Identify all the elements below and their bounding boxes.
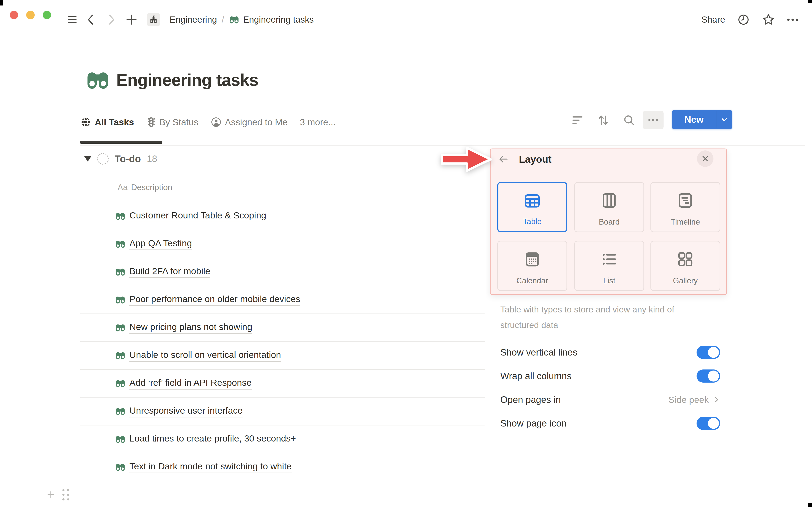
building-icon <box>149 15 158 24</box>
back-icon[interactable] <box>86 13 96 26</box>
task-title[interactable]: Unable to scroll on vertical orientation <box>130 350 281 362</box>
open-pages-in-selected: Side peek <box>668 395 709 405</box>
close-window-button[interactable] <box>10 11 18 19</box>
table-row[interactable]: Build 2FA for mobile <box>80 258 485 286</box>
page-icon-binoculars[interactable] <box>86 68 110 92</box>
minimize-window-button[interactable] <box>26 11 35 19</box>
chevron-right-icon <box>713 395 720 404</box>
layout-settings: Show vertical lines Wrap all columns Ope… <box>500 341 720 435</box>
open-pages-in-value[interactable]: Side peek <box>668 395 720 405</box>
panel-left-divider <box>485 145 485 507</box>
show-vertical-lines-toggle[interactable] <box>697 346 720 359</box>
group-count: 18 <box>147 154 157 164</box>
favorite-star-icon[interactable] <box>762 13 775 26</box>
table-row[interactable]: App QA Testing <box>80 230 485 258</box>
more-menu-icon[interactable] <box>787 18 798 21</box>
corner-artifact <box>808 503 812 507</box>
table-row[interactable]: Poor performance on older mobile devices <box>80 286 485 314</box>
setting-show-vertical-lines: Show vertical lines <box>500 341 720 364</box>
wrap-all-columns-toggle[interactable] <box>697 370 720 383</box>
close-icon <box>701 155 709 162</box>
view-options-button[interactable] <box>643 111 664 129</box>
sort-icon[interactable] <box>597 114 609 127</box>
binoculars-icon <box>115 322 125 333</box>
sidebar-menu-icon[interactable] <box>68 14 77 25</box>
zoom-window-button[interactable] <box>43 11 51 19</box>
new-button-label[interactable]: New <box>672 110 716 129</box>
setting-open-pages-in[interactable]: Open pages in Side peek <box>500 388 720 411</box>
layout-option-label: Table <box>523 217 542 226</box>
layout-option-list[interactable]: List <box>574 241 644 291</box>
task-title[interactable]: Customer Round Table & Scoping <box>130 210 266 222</box>
table-row[interactable]: Add ‘ref’ field in API Response <box>80 370 485 398</box>
workspace-icon[interactable] <box>147 13 160 26</box>
table-row[interactable]: New pricing plans not showing <box>80 314 485 342</box>
setting-wrap-all-columns: Wrap all columns <box>500 364 720 388</box>
table-row[interactable]: Customer Round Table & Scoping <box>80 203 485 230</box>
task-title[interactable]: Unresponsive user interface <box>130 405 243 417</box>
status-todo-icon <box>97 153 109 165</box>
tab-all-tasks[interactable]: All Tasks <box>80 117 134 128</box>
binoculars-icon <box>115 294 125 305</box>
new-dropdown-button[interactable] <box>716 110 732 129</box>
task-title[interactable]: New pricing plans not showing <box>130 322 252 334</box>
layout-description: Table with types to store and view any k… <box>500 302 724 333</box>
setting-label: Show vertical lines <box>500 347 577 358</box>
drag-handle-icon[interactable] <box>62 489 69 500</box>
share-button[interactable]: Share <box>701 14 725 25</box>
breadcrumb-page[interactable]: Engineering tasks <box>243 14 314 25</box>
layout-option-label: Board <box>599 218 620 226</box>
show-page-icon-toggle[interactable] <box>697 417 720 430</box>
table-row[interactable]: Text in Dark mode not switching to white <box>80 453 485 481</box>
layout-panel-header: Layout <box>497 152 719 166</box>
clock-history-icon[interactable] <box>738 13 750 26</box>
layout-option-timeline[interactable]: Timeline <box>651 182 720 232</box>
tab-assigned-to-me[interactable]: Assigned to Me <box>211 117 288 128</box>
column-header[interactable]: Aa Description <box>117 182 172 193</box>
layout-option-label: Calendar <box>516 276 548 285</box>
breadcrumb-workspace[interactable]: Engineering <box>169 14 217 25</box>
panel-title: Layout <box>519 153 552 165</box>
toggle-knob <box>708 418 719 429</box>
calendar-icon <box>523 250 541 268</box>
tab-more-views[interactable]: 3 more... <box>300 117 336 127</box>
binoculars-icon <box>115 378 125 389</box>
search-icon[interactable] <box>623 114 635 126</box>
page-title[interactable]: Engineering tasks <box>116 70 258 90</box>
task-title[interactable]: Build 2FA for mobile <box>130 266 210 278</box>
board-icon <box>601 191 618 209</box>
collapse-group-icon[interactable] <box>84 156 91 162</box>
person-icon <box>211 117 221 128</box>
tab-label: By Status <box>159 117 198 127</box>
setting-label: Wrap all columns <box>500 371 571 381</box>
new-button[interactable]: New <box>672 110 732 129</box>
toggle-knob <box>708 347 719 358</box>
text-type-icon: Aa <box>117 183 128 192</box>
task-title[interactable]: Add ‘ref’ field in API Response <box>130 378 252 390</box>
layout-option-calendar[interactable]: Calendar <box>497 241 567 291</box>
layout-option-gallery[interactable]: Gallery <box>651 241 720 291</box>
task-title[interactable]: Text in Dark mode not switching to white <box>130 461 292 473</box>
tab-by-status[interactable]: By Status <box>146 117 198 128</box>
layout-option-board[interactable]: Board <box>574 182 644 232</box>
tab-label: 3 more... <box>300 117 336 127</box>
back-arrow-icon[interactable] <box>497 153 509 165</box>
chevron-down-icon <box>720 115 728 124</box>
close-panel-button[interactable] <box>697 151 713 167</box>
group-name[interactable]: To-do <box>115 153 141 165</box>
active-tab-underline <box>80 141 162 144</box>
add-row-icon[interactable]: + <box>47 488 55 502</box>
task-title[interactable]: App QA Testing <box>130 238 192 250</box>
task-title[interactable]: Poor performance on older mobile devices <box>130 294 300 306</box>
table-row[interactable]: Load times to create profile, 30 seconds… <box>80 426 485 453</box>
setting-label: Open pages in <box>500 394 561 405</box>
task-title[interactable]: Load times to create profile, 30 seconds… <box>130 433 296 445</box>
table-row[interactable]: Unresponsive user interface <box>80 398 485 426</box>
new-page-icon[interactable] <box>125 14 138 25</box>
timeline-icon <box>677 191 694 209</box>
filter-icon[interactable] <box>571 115 583 126</box>
breadcrumb: Engineering / Engineering tasks <box>169 14 314 25</box>
table-row[interactable]: Unable to scroll on vertical orientation <box>80 342 485 370</box>
layout-option-table[interactable]: Table <box>497 182 567 232</box>
window-controls[interactable] <box>10 11 51 19</box>
